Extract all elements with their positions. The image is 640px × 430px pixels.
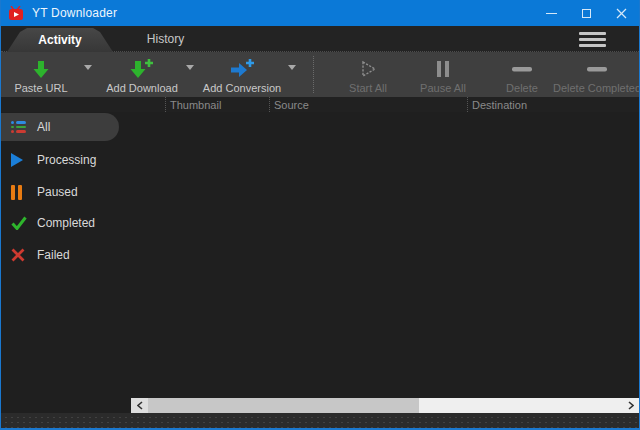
chevron-down-icon [84, 65, 92, 70]
start-all-label: Start All [349, 82, 387, 94]
blue-play-icon [11, 152, 29, 168]
scroll-right-button[interactable] [622, 398, 639, 413]
sidebar-item-label: Paused [37, 185, 78, 199]
maximize-icon [582, 9, 591, 18]
scroll-left-button[interactable] [131, 398, 148, 413]
paste-url-label: Paste URL [14, 82, 67, 94]
red-x-icon [11, 247, 29, 263]
horizontal-scrollbar[interactable] [131, 398, 639, 413]
list-column-headers: Thumbnail Source Destination [1, 97, 639, 112]
orange-pause-icon [11, 184, 29, 200]
add-conversion-dropdown[interactable] [279, 52, 305, 97]
green-down-arrow-icon [31, 58, 51, 80]
scrollbar-thumb[interactable] [148, 398, 419, 413]
close-button[interactable] [604, 0, 639, 26]
pause-all-button[interactable]: Pause All [410, 52, 476, 97]
app-tv-play-icon [8, 6, 25, 21]
status-strip [1, 413, 639, 428]
multicolor-list-icon [11, 119, 29, 135]
dash-icon [511, 58, 533, 80]
blue-right-arrow-plus-icon [229, 58, 256, 80]
delete-button[interactable]: Delete [489, 52, 555, 97]
hamburger-icon [579, 32, 606, 35]
sidebar-item-failed[interactable]: Failed [1, 241, 70, 269]
delete-completed-button[interactable]: Delete Completed [559, 52, 635, 97]
start-all-button[interactable]: Start All [335, 52, 401, 97]
hamburger-menu-button[interactable] [579, 32, 606, 47]
close-icon [616, 8, 627, 19]
sidebar-item-paused[interactable]: Paused [1, 178, 78, 206]
dash-icon [586, 58, 608, 80]
add-download-button[interactable]: Add Download [107, 52, 177, 97]
green-down-arrow-plus-icon [129, 58, 155, 80]
sidebar-item-all[interactable]: All [1, 113, 119, 141]
sidebar-item-completed[interactable]: Completed [1, 209, 95, 237]
chevron-down-icon [288, 65, 296, 70]
column-header-thumbnail[interactable]: Thumbnail [165, 97, 269, 112]
chevron-left-icon [137, 401, 143, 410]
maximize-button[interactable] [569, 0, 604, 26]
add-conversion-button[interactable]: Add Conversion [205, 52, 279, 97]
sidebar-item-label: All [37, 120, 50, 134]
sidebar-item-label: Completed [37, 216, 95, 230]
pause-all-label: Pause All [420, 82, 466, 94]
toolbar-separator [313, 56, 314, 93]
delete-label: Delete [506, 82, 538, 94]
toolbar: Paste URL Add Download Add Conversion [1, 52, 639, 97]
add-download-dropdown[interactable] [177, 52, 203, 97]
column-header-destination[interactable]: Destination [467, 97, 627, 112]
tab-bar: Activity History [1, 26, 639, 52]
sidebar-item-processing[interactable]: Processing [1, 146, 96, 174]
sidebar-item-label: Processing [37, 153, 96, 167]
minimize-button[interactable] [534, 0, 569, 26]
green-check-icon [11, 215, 29, 231]
download-list-area: All Processing Paused Completed [1, 112, 639, 396]
add-download-label: Add Download [106, 82, 178, 94]
minimize-icon [546, 13, 557, 14]
delete-completed-label: Delete Completed [553, 82, 640, 94]
titlebar[interactable]: YT Downloader [1, 0, 639, 26]
window-title: YT Downloader [32, 6, 117, 20]
column-header-source[interactable]: Source [269, 97, 467, 112]
tab-activity-label: Activity [38, 33, 81, 47]
chevron-right-icon [628, 401, 634, 410]
paste-url-dropdown[interactable] [75, 52, 101, 97]
tab-history-label: History [147, 32, 184, 46]
pause-icon [435, 58, 451, 80]
app-window: YT Downloader Activity History [0, 0, 640, 430]
tab-history[interactable]: History [113, 26, 218, 52]
tab-activity[interactable]: Activity [7, 28, 113, 52]
paste-url-button[interactable]: Paste URL [7, 52, 75, 97]
chevron-down-icon [186, 65, 194, 70]
play-outline-icon [358, 58, 378, 80]
scrollbar-track[interactable] [419, 398, 639, 413]
sidebar-item-label: Failed [37, 248, 70, 262]
add-conversion-label: Add Conversion [203, 82, 281, 94]
